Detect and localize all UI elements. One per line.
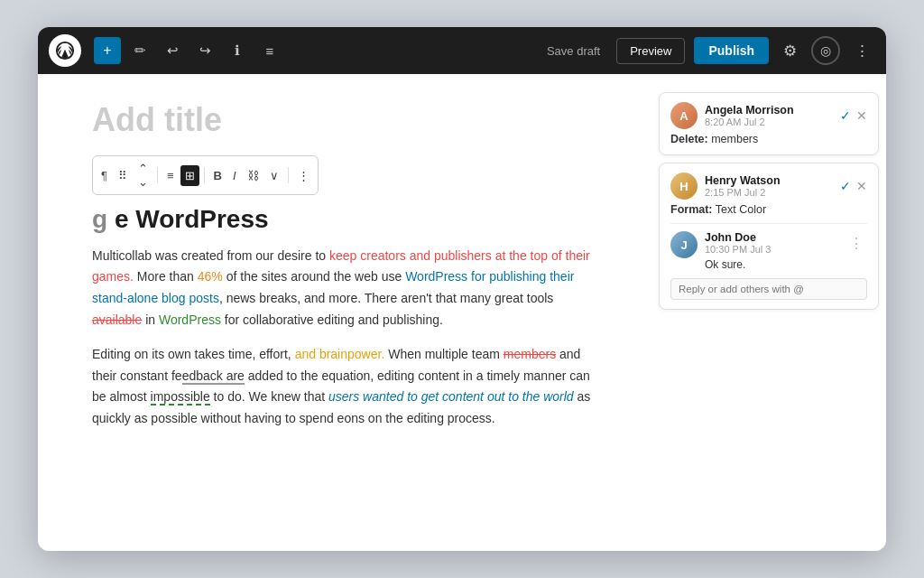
add-block-button[interactable]: + [94, 37, 121, 64]
avatar-john: J [670, 231, 698, 258]
reply-input[interactable] [679, 284, 859, 294]
comment-meta-henry: Henry Watson 2:15 PM Jul 2 [705, 174, 833, 198]
close-comment-henry[interactable]: ✕ [856, 179, 867, 193]
italic-blue-text: users wanted to get content out to the w… [328, 389, 574, 404]
active-btn[interactable]: ⊞ [180, 165, 199, 186]
settings-button[interactable]: ⚙ [778, 38, 802, 64]
paragraph-btn[interactable]: ¶ [97, 165, 112, 186]
undo-button[interactable]: ↩ [159, 37, 186, 64]
members-del: members [504, 347, 556, 361]
content-heading: g e WordPress [92, 204, 597, 235]
block-toolbar: ¶ ⠿ ⌃⌄ ≡ ⊞ B I ⛓ ∨ ⋮ [92, 155, 319, 195]
drag-btn[interactable]: ⠿ [114, 165, 132, 186]
more-options-john[interactable]: ⋮ [845, 235, 867, 252]
yellow-highlight: and brainpower. [295, 347, 385, 361]
search-button[interactable]: ◎ [811, 36, 840, 65]
comment-meta-angela: Angela Morrison 8:20 AM Jul 2 [705, 104, 833, 127]
save-draft-button[interactable]: Save draft [540, 41, 607, 61]
main-area: Add title ¶ ⠿ ⌃⌄ ≡ ⊞ B I ⛓ ∨ ⋮ g e WordP… [38, 74, 886, 551]
heading-faded: g [92, 205, 115, 233]
comment-label-henry: Format: [670, 203, 713, 216]
dots-btn[interactable]: ⋮ [293, 165, 314, 186]
avatar-angela: A [670, 102, 698, 129]
comment-time-john: 10:30 PM Jul 3 [705, 244, 771, 255]
paragraph-1: Multicollab was created from our desire … [92, 246, 597, 331]
comment-time-henry: 2:15 PM Jul 2 [705, 187, 833, 198]
deleted-text: available [92, 312, 142, 327]
comment-body-angela: Delete: members [670, 133, 867, 145]
avatar-henry: H [670, 172, 698, 200]
comment-body-henry: Format: Text Color [670, 203, 867, 216]
publish-button[interactable]: Publish [694, 37, 769, 64]
preview-button[interactable]: Preview [616, 38, 685, 64]
comments-sidebar: A Angela Morrison 8:20 AM Jul 2 ✓ ✕ Dele… [651, 83, 886, 551]
commenter-name-john: John Doe [705, 231, 771, 244]
comment-card-angela: A Angela Morrison 8:20 AM Jul 2 ✓ ✕ Dele… [659, 92, 879, 155]
redo-button[interactable]: ↪ [191, 37, 218, 64]
comment-label-angela: Delete: [670, 133, 708, 145]
approve-comment-henry[interactable]: ✓ [840, 179, 851, 193]
more-options-button[interactable]: ⋮ [849, 38, 875, 64]
comment-card-henry: H Henry Watson 2:15 PM Jul 2 ✓ ✕ Format:… [659, 163, 879, 310]
list-view-button[interactable]: ≡ [256, 37, 283, 64]
info-button[interactable]: ℹ [224, 37, 251, 64]
italic-btn[interactable]: I [228, 165, 241, 186]
paragraph-2: Editing on its own takes time, effort, a… [92, 344, 597, 430]
comment-reply-section: J John Doe 10:30 PM Jul 3 ⋮ Ok sure. [670, 223, 867, 300]
pencil-button[interactable]: ✏ [126, 37, 153, 64]
john-reply-text: Ok sure. [705, 258, 867, 271]
close-comment-angela[interactable]: ✕ [856, 108, 867, 123]
comment-value-angela: members [711, 133, 758, 145]
percentage-highlight: 46% [198, 269, 223, 284]
comment-value-henry: Text Color [716, 203, 766, 216]
green-highlight: WordPress [159, 312, 221, 327]
move-btn[interactable]: ⌃⌄ [134, 158, 152, 192]
comment-header-henry: H Henry Watson 2:15 PM Jul 2 ✓ ✕ [670, 172, 867, 200]
more-btn[interactable]: ∨ [265, 165, 283, 186]
title-placeholder[interactable]: Add title [92, 101, 597, 139]
toolbar-right: Save draft Preview Publish ⚙ ◎ ⋮ [540, 36, 875, 65]
editor-area: Add title ¶ ⠿ ⌃⌄ ≡ ⊞ B I ⛓ ∨ ⋮ g e WordP… [38, 74, 651, 551]
approve-comment-angela[interactable]: ✓ [840, 108, 851, 123]
wordpress-logo [49, 34, 81, 67]
commenter-name-angela: Angela Morrison [705, 104, 833, 117]
toolbar: + ✏ ↩ ↪ ℹ ≡ Save draft Preview Publish ⚙… [38, 27, 886, 74]
commenter-name-henry: Henry Watson [705, 174, 833, 187]
bold-btn[interactable]: B [209, 165, 226, 186]
reply-input-wrap [670, 278, 867, 300]
wp-link-1[interactable]: WordPress for publishing their stand-alo… [92, 269, 574, 305]
comment-actions-henry: ✓ ✕ [840, 179, 867, 193]
comment-header-angela: A Angela Morrison 8:20 AM Jul 2 ✓ ✕ [670, 102, 867, 129]
comment-time-angela: 8:20 AM Jul 2 [705, 117, 833, 127]
link-btn[interactable]: ⛓ [243, 165, 263, 186]
align-btn[interactable]: ≡ [162, 165, 179, 186]
browser-window: + ✏ ↩ ↪ ℹ ≡ Save draft Preview Publish ⚙… [38, 27, 886, 551]
comment-actions-angela: ✓ ✕ [840, 108, 867, 123]
impossible-highlight: impossible [151, 389, 210, 406]
